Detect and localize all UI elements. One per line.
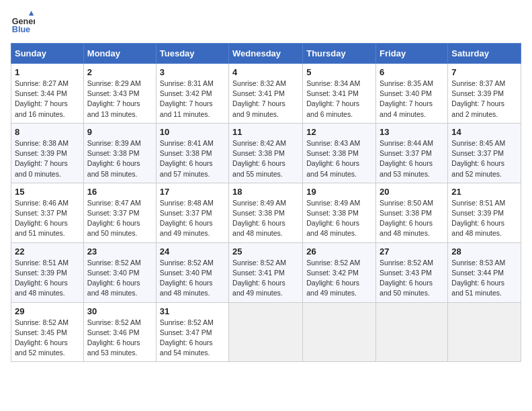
day-detail: Sunrise: 8:51 AM Sunset: 3:39 PM Dayligh…: [15, 258, 80, 299]
day-number: 3: [160, 67, 225, 77]
day-number: 7: [451, 67, 517, 77]
calendar-cell: 24 Sunrise: 8:52 AM Sunset: 3:40 PM Dayl…: [156, 242, 228, 302]
col-header-tuesday: Tuesday: [156, 44, 228, 64]
calendar-cell: 13 Sunrise: 8:44 AM Sunset: 3:37 PM Dayl…: [376, 123, 448, 183]
col-header-friday: Friday: [376, 44, 448, 64]
day-number: 29: [15, 306, 80, 316]
calendar-cell: 1 Sunrise: 8:27 AM Sunset: 3:44 PM Dayli…: [11, 64, 84, 124]
calendar-cell: 8 Sunrise: 8:38 AM Sunset: 3:39 PM Dayli…: [11, 123, 84, 183]
calendar-cell: [229, 302, 303, 362]
day-detail: Sunrise: 8:29 AM Sunset: 3:43 PM Dayligh…: [87, 79, 152, 120]
day-detail: Sunrise: 8:47 AM Sunset: 3:37 PM Dayligh…: [87, 198, 152, 239]
day-number: 18: [232, 187, 299, 197]
day-number: 20: [380, 187, 444, 197]
calendar-week-row: 1 Sunrise: 8:27 AM Sunset: 3:44 PM Dayli…: [11, 64, 521, 124]
calendar-cell: 31 Sunrise: 8:52 AM Sunset: 3:47 PM Dayl…: [156, 302, 228, 362]
calendar-cell: 26 Sunrise: 8:52 AM Sunset: 3:42 PM Dayl…: [303, 242, 376, 302]
day-detail: Sunrise: 8:27 AM Sunset: 3:44 PM Dayligh…: [15, 79, 80, 120]
calendar-cell: 22 Sunrise: 8:51 AM Sunset: 3:39 PM Dayl…: [11, 242, 84, 302]
day-detail: Sunrise: 8:32 AM Sunset: 3:41 PM Dayligh…: [232, 79, 299, 120]
day-number: 24: [160, 246, 225, 257]
calendar-week-row: 15 Sunrise: 8:46 AM Sunset: 3:37 PM Dayl…: [11, 183, 521, 242]
day-detail: Sunrise: 8:52 AM Sunset: 3:40 PM Dayligh…: [87, 258, 152, 299]
day-detail: Sunrise: 8:52 AM Sunset: 3:42 PM Dayligh…: [306, 258, 372, 299]
day-detail: Sunrise: 8:52 AM Sunset: 3:40 PM Dayligh…: [160, 258, 225, 299]
calendar-week-row: 29 Sunrise: 8:52 AM Sunset: 3:45 PM Dayl…: [11, 302, 521, 362]
day-detail: Sunrise: 8:50 AM Sunset: 3:38 PM Dayligh…: [380, 198, 444, 239]
day-detail: Sunrise: 8:52 AM Sunset: 3:43 PM Dayligh…: [380, 258, 444, 299]
page-header: General Blue: [11, 11, 521, 35]
day-number: 15: [15, 187, 80, 197]
day-detail: Sunrise: 8:45 AM Sunset: 3:37 PM Dayligh…: [451, 138, 517, 179]
calendar-cell: 5 Sunrise: 8:34 AM Sunset: 3:41 PM Dayli…: [303, 64, 376, 124]
calendar-cell: [448, 302, 521, 362]
col-header-thursday: Thursday: [303, 44, 376, 64]
calendar-table: SundayMondayTuesdayWednesdayThursdayFrid…: [11, 43, 521, 362]
calendar-cell: [303, 302, 376, 362]
calendar-cell: 12 Sunrise: 8:43 AM Sunset: 3:38 PM Dayl…: [303, 123, 376, 183]
day-number: 1: [15, 67, 80, 77]
day-number: 2: [87, 67, 152, 77]
day-number: 19: [306, 187, 372, 197]
calendar-cell: 11 Sunrise: 8:42 AM Sunset: 3:38 PM Dayl…: [229, 123, 303, 183]
day-number: 5: [306, 67, 372, 77]
day-detail: Sunrise: 8:53 AM Sunset: 3:44 PM Dayligh…: [451, 258, 517, 299]
day-number: 23: [87, 246, 152, 257]
day-detail: Sunrise: 8:52 AM Sunset: 3:41 PM Dayligh…: [232, 258, 299, 299]
col-header-monday: Monday: [83, 44, 156, 64]
day-number: 25: [232, 246, 299, 257]
day-detail: Sunrise: 8:43 AM Sunset: 3:38 PM Dayligh…: [306, 138, 372, 179]
day-number: 16: [87, 187, 152, 197]
day-detail: Sunrise: 8:39 AM Sunset: 3:38 PM Dayligh…: [87, 138, 152, 179]
day-number: 8: [15, 127, 80, 137]
day-detail: Sunrise: 8:51 AM Sunset: 3:39 PM Dayligh…: [451, 198, 517, 239]
col-header-saturday: Saturday: [448, 44, 521, 64]
calendar-cell: 2 Sunrise: 8:29 AM Sunset: 3:43 PM Dayli…: [83, 64, 156, 124]
col-header-sunday: Sunday: [11, 44, 84, 64]
calendar-header-row: SundayMondayTuesdayWednesdayThursdayFrid…: [11, 44, 521, 64]
logo: General Blue: [11, 11, 35, 35]
day-detail: Sunrise: 8:49 AM Sunset: 3:38 PM Dayligh…: [306, 198, 372, 239]
day-number: 6: [380, 67, 444, 77]
calendar-cell: [376, 302, 448, 362]
day-number: 12: [306, 127, 372, 137]
calendar-cell: 10 Sunrise: 8:41 AM Sunset: 3:38 PM Dayl…: [156, 123, 228, 183]
day-detail: Sunrise: 8:37 AM Sunset: 3:39 PM Dayligh…: [451, 79, 517, 120]
day-detail: Sunrise: 8:34 AM Sunset: 3:41 PM Dayligh…: [306, 79, 372, 120]
day-detail: Sunrise: 8:31 AM Sunset: 3:42 PM Dayligh…: [160, 79, 225, 120]
calendar-cell: 7 Sunrise: 8:37 AM Sunset: 3:39 PM Dayli…: [448, 64, 521, 124]
day-detail: Sunrise: 8:49 AM Sunset: 3:38 PM Dayligh…: [232, 198, 299, 239]
calendar-cell: 14 Sunrise: 8:45 AM Sunset: 3:37 PM Dayl…: [448, 123, 521, 183]
day-number: 31: [160, 306, 225, 316]
calendar-cell: 3 Sunrise: 8:31 AM Sunset: 3:42 PM Dayli…: [156, 64, 228, 124]
calendar-cell: 15 Sunrise: 8:46 AM Sunset: 3:37 PM Dayl…: [11, 183, 84, 242]
day-number: 9: [87, 127, 152, 137]
calendar-cell: 30 Sunrise: 8:52 AM Sunset: 3:46 PM Dayl…: [83, 302, 156, 362]
day-detail: Sunrise: 8:52 AM Sunset: 3:47 PM Dayligh…: [160, 318, 225, 359]
day-detail: Sunrise: 8:48 AM Sunset: 3:37 PM Dayligh…: [160, 198, 225, 239]
calendar-cell: 4 Sunrise: 8:32 AM Sunset: 3:41 PM Dayli…: [229, 64, 303, 124]
day-number: 28: [451, 246, 517, 257]
logo-icon: General Blue: [11, 11, 35, 35]
svg-text:Blue: Blue: [12, 25, 30, 34]
svg-marker-2: [29, 11, 34, 15]
calendar-cell: 6 Sunrise: 8:35 AM Sunset: 3:40 PM Dayli…: [376, 64, 448, 124]
calendar-cell: 25 Sunrise: 8:52 AM Sunset: 3:41 PM Dayl…: [229, 242, 303, 302]
calendar-cell: 16 Sunrise: 8:47 AM Sunset: 3:37 PM Dayl…: [83, 183, 156, 242]
day-number: 22: [15, 246, 80, 257]
day-number: 11: [232, 127, 299, 137]
day-detail: Sunrise: 8:41 AM Sunset: 3:38 PM Dayligh…: [160, 138, 225, 179]
day-detail: Sunrise: 8:42 AM Sunset: 3:38 PM Dayligh…: [232, 138, 299, 179]
day-number: 27: [380, 246, 444, 257]
day-detail: Sunrise: 8:38 AM Sunset: 3:39 PM Dayligh…: [15, 138, 80, 179]
day-detail: Sunrise: 8:52 AM Sunset: 3:45 PM Dayligh…: [15, 318, 80, 359]
day-detail: Sunrise: 8:46 AM Sunset: 3:37 PM Dayligh…: [15, 198, 80, 239]
day-detail: Sunrise: 8:44 AM Sunset: 3:37 PM Dayligh…: [380, 138, 444, 179]
calendar-cell: 17 Sunrise: 8:48 AM Sunset: 3:37 PM Dayl…: [156, 183, 228, 242]
calendar-cell: 9 Sunrise: 8:39 AM Sunset: 3:38 PM Dayli…: [83, 123, 156, 183]
calendar-week-row: 8 Sunrise: 8:38 AM Sunset: 3:39 PM Dayli…: [11, 123, 521, 183]
day-number: 4: [232, 67, 299, 77]
day-detail: Sunrise: 8:35 AM Sunset: 3:40 PM Dayligh…: [380, 79, 444, 120]
day-number: 21: [451, 187, 517, 197]
col-header-wednesday: Wednesday: [229, 44, 303, 64]
